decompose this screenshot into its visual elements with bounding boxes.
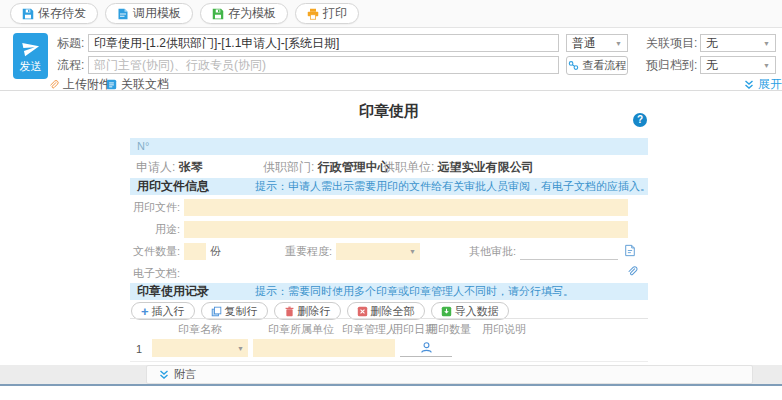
col-use-note: 用印说明 (482, 322, 526, 337)
template-doc-icon (117, 8, 129, 20)
copy-row-label: 复制行 (225, 304, 258, 319)
select-doc-icon[interactable] (624, 244, 636, 257)
company-value: 远望实业有限公司 (438, 160, 534, 174)
view-flow-button[interactable]: 查看流程 (566, 56, 628, 75)
applicant-label: 申请人: (136, 160, 175, 174)
applicant-field: 申请人: 张琴 (136, 159, 203, 176)
col-seal-name: 印章名称 (178, 322, 222, 337)
save-as-template-button[interactable]: 存为模板 (200, 3, 288, 24)
view-flow-label: 查看流程 (583, 58, 627, 73)
doc-count-input[interactable] (184, 243, 206, 260)
chevron-down-icon: ▼ (763, 40, 770, 47)
other-approval-label: 其他审批: (464, 243, 516, 260)
flow-input[interactable] (88, 56, 559, 74)
serial-bar: N° (130, 138, 648, 155)
app-window: 保存待发 调用模板 存为模板 打印 发送 标题: (0, 0, 782, 400)
import-icon (441, 306, 452, 317)
send-button[interactable]: 发送 (13, 33, 48, 79)
paper-plane-icon (22, 39, 40, 57)
prearchive-value: 无 (706, 57, 718, 74)
title-label: 标题: (57, 34, 84, 52)
record-section-bar: 印章使用记录 提示：需要同时使用多个印章或印章管理人不同时，请分行填写。 (130, 283, 648, 300)
purpose-input[interactable] (184, 221, 628, 238)
person-icon (420, 341, 433, 354)
postscript-header[interactable]: 附言 (146, 365, 753, 384)
help-icon[interactable]: ? (633, 113, 647, 127)
form-header: 发送 标题: 普通 ▼ 关联项目: 无 ▼ 流程: 查看流程 预归档到: 无 ▼ (0, 28, 782, 91)
chevron-double-down-icon (159, 370, 169, 380)
save-pending-button[interactable]: 保存待发 (10, 3, 98, 24)
chevron-down-icon: ▼ (763, 62, 770, 69)
importance-select[interactable]: ▼ (336, 243, 420, 260)
save-as-template-label: 存为模板 (228, 5, 276, 22)
doc-section-hint: 提示：申请人需出示需要用印的文件给有关审批人员审阅，有电子文档的应插入。 (255, 178, 651, 195)
form-title: 印章使用 (130, 102, 648, 121)
plus-icon: + (141, 305, 149, 318)
flow-label: 流程: (57, 56, 84, 74)
seal-manager-picker[interactable] (400, 339, 452, 357)
chevron-down-icon: ▼ (409, 248, 416, 255)
delete-row-label: 删除行 (298, 304, 331, 319)
seal-unit-input[interactable] (253, 339, 395, 357)
seal-doc-input[interactable] (184, 199, 628, 216)
print-label: 打印 (323, 5, 347, 22)
copy-icon (211, 306, 222, 317)
related-project-label: 关联项目: (646, 34, 697, 52)
doc-count-unit: 份 (210, 243, 221, 260)
col-seal-manager: 印章管理人 (342, 322, 397, 337)
importance-label: 重要程度: (280, 243, 332, 260)
priority-value: 普通 (572, 35, 596, 52)
doc-section-bar: 用印文件信息 提示：申请人需出示需要用印的文件给有关审批人员审阅，有电子文档的应… (130, 178, 648, 195)
form-area: 印章使用 ? N° 申请人: 张琴 供职部门: 行政管理中心 供职单位: 远望实… (0, 91, 782, 365)
delete-all-icon (357, 306, 368, 317)
department-field: 供职部门: 行政管理中心 (263, 159, 390, 176)
flow-chart-icon (568, 60, 579, 71)
edoc-label: 电子文档: (128, 265, 180, 282)
department-label: 供职部门: (263, 160, 314, 174)
priority-select[interactable]: 普通 ▼ (566, 34, 628, 52)
save-template-icon (212, 8, 224, 20)
company-field: 供职单位: 远望实业有限公司 (383, 159, 534, 176)
title-input[interactable] (88, 34, 559, 52)
paperclip-icon (48, 79, 59, 91)
edoc-paperclip-icon[interactable] (626, 265, 638, 278)
send-label: 发送 (20, 59, 42, 74)
footer-divider (0, 384, 782, 386)
seal-table-header: 印章名称 印章所属单位 印章管理人 用印日期 用印数量 用印说明 (130, 322, 648, 335)
chevron-down-icon: ▼ (237, 345, 244, 352)
trash-icon (284, 306, 295, 317)
seal-doc-label: 用印文件: (128, 199, 180, 216)
purpose-label: 用途: (128, 221, 180, 238)
use-template-button[interactable]: 调用模板 (105, 3, 193, 24)
use-template-label: 调用模板 (133, 5, 181, 22)
record-section-title: 印章使用记录 (137, 283, 209, 300)
save-icon (22, 8, 34, 20)
related-project-value: 无 (706, 35, 718, 52)
company-label: 供职单位: (383, 160, 434, 174)
col-use-count: 用印数量 (427, 322, 471, 337)
seal-name-select[interactable]: ▼ (152, 339, 248, 357)
chevron-down-icon: ▼ (615, 40, 622, 47)
delete-all-label: 删除全部 (371, 304, 415, 319)
related-doc-icon (106, 79, 117, 90)
insert-row-label: 插入行 (152, 304, 185, 319)
other-approval-input[interactable] (520, 243, 618, 260)
top-toolbar: 保存待发 调用模板 存为模板 打印 (0, 0, 782, 28)
table-row-index: 1 (136, 340, 142, 358)
chevron-double-down-icon (744, 80, 754, 90)
col-seal-unit: 印章所属单位 (268, 322, 334, 337)
save-pending-label: 保存待发 (38, 5, 86, 22)
import-data-label: 导入数据 (455, 304, 499, 319)
applicant-value: 张琴 (179, 160, 203, 174)
record-section-hint: 提示：需要同时使用多个印章或印章管理人不同时，请分行填写。 (255, 283, 574, 300)
postscript-label: 附言 (174, 367, 196, 382)
prearchive-label: 预归档到: (646, 56, 697, 74)
prearchive-select[interactable]: 无 ▼ (700, 56, 776, 74)
related-project-select[interactable]: 无 ▼ (700, 34, 776, 52)
table-top-divider (130, 318, 648, 319)
print-button[interactable]: 打印 (295, 3, 359, 24)
doc-section-title: 用印文件信息 (137, 178, 209, 195)
table-row-divider (130, 361, 648, 362)
doc-count-label: 文件数量: (128, 243, 180, 260)
print-icon (307, 8, 319, 20)
